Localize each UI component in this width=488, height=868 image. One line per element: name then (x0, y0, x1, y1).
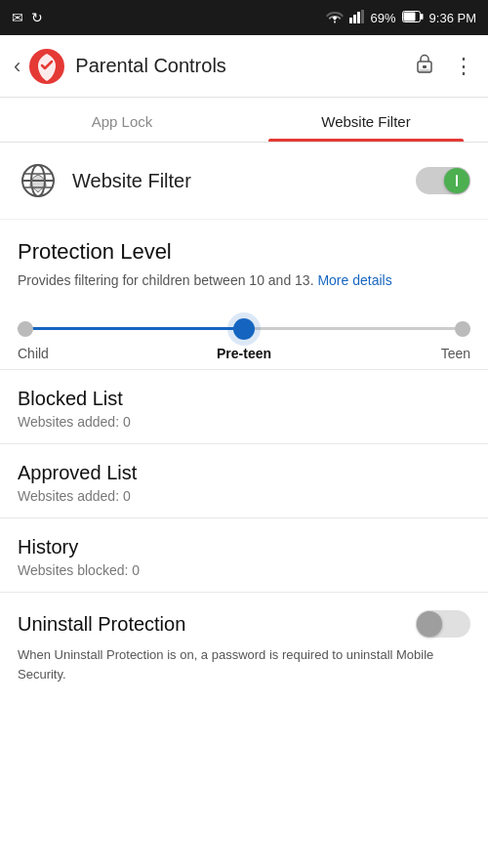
globe-filter-icon (18, 160, 59, 201)
uninstall-protection-row: Uninstall Protection (0, 592, 488, 641)
protection-level-desc: Provides filtering for children between … (18, 270, 470, 291)
approved-list-item[interactable]: Approved List Websites added: 0 (0, 443, 488, 517)
uninstall-protection-title: Uninstall Protection (18, 613, 185, 636)
svg-rect-6 (421, 14, 424, 20)
page-title: Parental Controls (75, 55, 414, 77)
svg-rect-10 (419, 69, 430, 71)
slider-dot-preteen[interactable] (233, 318, 255, 340)
svg-rect-1 (353, 15, 356, 23)
app-bar-actions: ⋮ (414, 53, 474, 79)
uninstall-toggle-knob (417, 611, 442, 637)
svg-rect-9 (423, 65, 427, 68)
protection-level-slider[interactable]: Child Pre-teen Teen (0, 301, 488, 369)
lock-icon[interactable] (414, 53, 435, 79)
battery-icon (402, 11, 424, 25)
blocked-list-sub: Websites added: 0 (18, 414, 470, 430)
slider-label-child: Child (18, 346, 76, 361)
svg-rect-2 (357, 12, 360, 23)
website-filter-row: Website Filter (0, 143, 488, 220)
slider-dot-teen[interactable] (455, 321, 470, 337)
slider-dot-child[interactable] (18, 321, 33, 337)
approved-list-sub: Websites added: 0 (18, 488, 470, 504)
protection-level-section: Protection Level Provides filtering for … (0, 220, 488, 301)
svg-rect-3 (361, 10, 364, 23)
protection-level-title: Protection Level (18, 239, 470, 265)
status-bar-right: 69% 9:36 PM (326, 10, 476, 26)
tabs-container: App Lock Website Filter (0, 98, 488, 143)
blocked-list-item[interactable]: Blocked List Websites added: 0 (0, 369, 488, 443)
website-filter-toggle[interactable] (416, 167, 470, 194)
history-title: History (18, 536, 470, 558)
toggle-knob-line (456, 175, 458, 186)
content-area: Website Filter Protection Level Provides… (0, 143, 488, 699)
toggle-knob (444, 168, 469, 193)
wifi-icon (326, 10, 344, 26)
slider-label-preteen: Pre-teen (215, 346, 273, 361)
back-button[interactable]: ‹ (14, 54, 20, 79)
slider-label-teen: Teen (412, 346, 470, 361)
approved-list-title: Approved List (18, 462, 470, 484)
status-bar-left: ✉ ↻ (12, 10, 43, 25)
uninstall-protection-desc: When Uninstall Protection is on, a passw… (0, 641, 488, 699)
more-options-icon[interactable]: ⋮ (453, 54, 474, 79)
svg-rect-0 (349, 18, 352, 23)
signal-icon (349, 10, 365, 26)
sync-icon: ↻ (31, 10, 43, 25)
status-bar: ✉ ↻ 69% 9:3 (0, 0, 488, 35)
tab-website-filter[interactable]: Website Filter (244, 98, 488, 142)
slider-labels: Child Pre-teen Teen (18, 346, 470, 361)
notification-icon: ✉ (12, 10, 23, 25)
more-details-link[interactable]: More details (317, 272, 391, 288)
uninstall-protection-toggle[interactable] (416, 610, 470, 638)
blocked-list-title: Blocked List (18, 388, 470, 410)
battery-text: 69% (371, 11, 396, 25)
tab-app-lock[interactable]: App Lock (0, 98, 244, 142)
time-display: 9:36 PM (429, 11, 476, 25)
history-sub: Websites blocked: 0 (18, 562, 470, 578)
app-bar: ‹ Parental Controls ⋮ (0, 35, 488, 98)
history-item[interactable]: History Websites blocked: 0 (0, 517, 488, 592)
slider-track-wrapper (18, 318, 470, 338)
svg-rect-5 (403, 12, 415, 21)
app-logo (28, 48, 65, 85)
website-filter-label: Website Filter (72, 170, 416, 192)
slider-dots (18, 318, 470, 340)
